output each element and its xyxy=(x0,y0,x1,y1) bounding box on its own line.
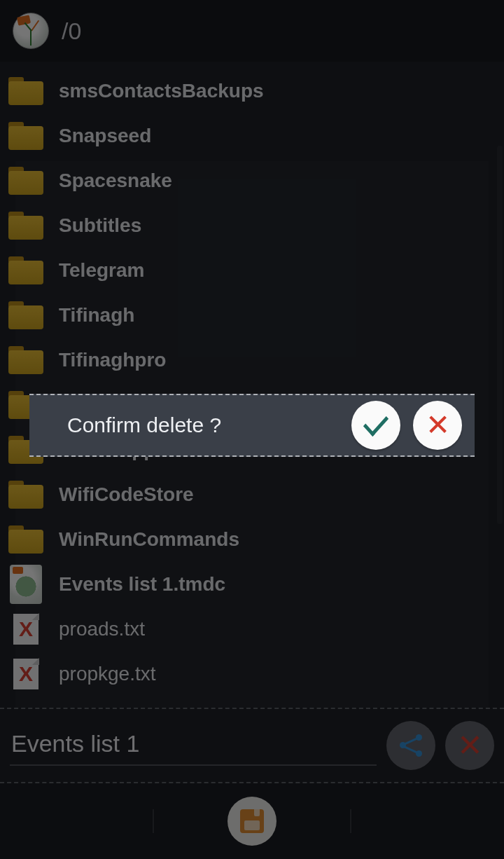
cancel-button[interactable]: ✕ xyxy=(413,401,462,450)
x-icon: ✕ xyxy=(426,411,450,440)
check-icon xyxy=(363,408,388,437)
confirm-delete-dialog: Confirm delete ? ✕ xyxy=(29,394,475,457)
dialog-message: Confirm delete ? xyxy=(67,413,339,437)
confirm-button[interactable] xyxy=(351,401,400,450)
